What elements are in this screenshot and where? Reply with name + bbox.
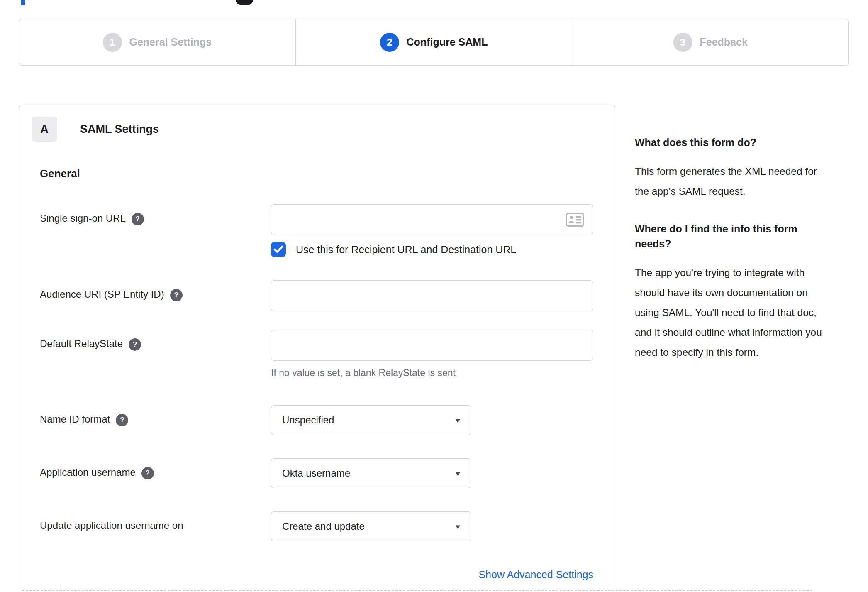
default-relaystate-label: Default RelayState <box>40 338 123 350</box>
cut-off-icon-fragment <box>236 0 253 5</box>
step-configure-saml[interactable]: 2 Configure SAML <box>295 19 572 65</box>
application-username-label: Application username <box>40 467 136 478</box>
sso-url-label: Single sign-on URL <box>40 213 126 224</box>
help-heading-2: Where do I find the info this form needs… <box>635 221 830 251</box>
help-heading-1: What does this form do? <box>635 135 830 150</box>
name-id-format-select[interactable]: Unspecified ▼ <box>271 405 471 435</box>
recipient-url-checkbox[interactable] <box>271 242 286 257</box>
name-id-format-value: Unspecified <box>282 414 334 426</box>
update-username-select[interactable]: Create and update ▼ <box>271 511 471 541</box>
chevron-down-icon: ▼ <box>454 470 462 477</box>
application-username-row: Application username ? Okta username ▼ <box>40 458 596 488</box>
chevron-down-icon: ▼ <box>454 417 462 424</box>
help-body-1: This form generates the XML needed for t… <box>635 161 830 201</box>
step-number-badge: 2 <box>380 33 399 52</box>
help-sidebar: What does this form do? This form genera… <box>635 135 830 382</box>
help-icon[interactable]: ? <box>132 213 144 225</box>
wizard-stepper: 1 General Settings 2 Configure SAML 3 Fe… <box>19 19 849 66</box>
default-relaystate-row: Default RelayState ? If no value is set,… <box>40 330 596 379</box>
audience-uri-row: Audience URI (SP Entity ID) ? <box>40 280 596 311</box>
help-icon[interactable]: ? <box>141 467 154 479</box>
cut-off-link-text-fragment <box>21 0 25 5</box>
step-label: Configure SAML <box>407 36 488 48</box>
step-general-settings[interactable]: 1 General Settings <box>19 19 295 65</box>
recipient-url-checkbox-label[interactable]: Use this for Recipient URL and Destinati… <box>296 244 516 256</box>
step-label: General Settings <box>129 36 212 48</box>
show-advanced-settings-link[interactable]: Show Advanced Settings <box>478 569 593 580</box>
update-username-row: Update application username on Create an… <box>40 511 596 541</box>
audience-uri-input[interactable] <box>271 280 593 311</box>
help-body-2: The app you're trying to integrate with … <box>635 263 830 362</box>
step-number-badge: 3 <box>673 33 692 52</box>
step-feedback[interactable]: 3 Feedback <box>572 19 848 65</box>
help-icon[interactable]: ? <box>116 414 128 426</box>
saml-settings-panel: A SAML Settings General Single sign-on U… <box>19 105 615 592</box>
step-label: Feedback <box>700 36 748 48</box>
section-a-badge: A <box>32 117 57 142</box>
panel-title: SAML Settings <box>80 123 159 136</box>
chevron-down-icon: ▼ <box>454 523 462 530</box>
application-username-value: Okta username <box>282 467 350 479</box>
help-icon[interactable]: ? <box>129 338 141 351</box>
relaystate-hint: If no value is set, a blank RelayState i… <box>271 367 596 379</box>
name-id-format-row: Name ID format ? Unspecified ▼ <box>40 405 596 435</box>
update-username-value: Create and update <box>282 521 365 532</box>
contact-card-icon[interactable] <box>566 213 584 228</box>
general-section-title: General <box>40 167 596 180</box>
sso-url-row: Single sign-on URL ? <box>40 204 596 257</box>
update-username-label: Update application username on <box>40 520 183 531</box>
name-id-format-label: Name ID format <box>40 413 110 425</box>
sso-url-input[interactable] <box>271 204 593 235</box>
help-icon[interactable]: ? <box>170 289 183 301</box>
section-divider <box>22 590 812 591</box>
audience-uri-label: Audience URI (SP Entity ID) <box>40 289 164 300</box>
step-number-badge: 1 <box>103 33 122 52</box>
default-relaystate-input[interactable] <box>271 330 593 361</box>
application-username-select[interactable]: Okta username ▼ <box>271 458 471 488</box>
